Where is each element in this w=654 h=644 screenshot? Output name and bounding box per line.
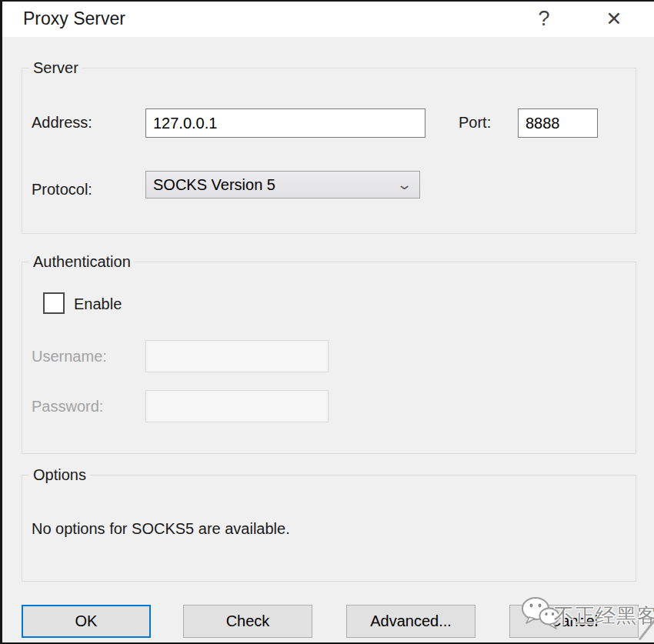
authentication-group: Authentication Enable Username: Password…	[22, 262, 636, 454]
port-label: Port:	[459, 113, 491, 132]
password-input	[145, 390, 329, 422]
options-group-legend: Options	[29, 465, 90, 484]
enable-label: Enable	[74, 295, 122, 313]
watermark-slash	[639, 611, 654, 640]
address-label: Address:	[32, 113, 92, 132]
protocol-label: Protocol:	[32, 180, 92, 199]
advanced-button[interactable]: Advanced...	[346, 605, 475, 638]
ok-button[interactable]: OK	[22, 605, 151, 638]
protocol-dropdown[interactable]: SOCKS Version 5 ⌄	[145, 171, 420, 199]
help-icon[interactable]: ?	[526, 0, 562, 37]
dialog-title: Proxy Server	[23, 0, 125, 37]
username-label: Username:	[32, 347, 107, 365]
username-input	[145, 340, 329, 372]
check-button[interactable]: Check	[183, 605, 312, 638]
cancel-button[interactable]: Cancel	[509, 605, 639, 638]
titlebar: Proxy Server ? ✕	[0, 0, 654, 37]
authentication-group-legend: Authentication	[29, 252, 135, 271]
server-group-legend: Server	[29, 58, 82, 77]
options-message: No options for SOCKS5 are available.	[32, 520, 290, 538]
window-border-top	[0, 0, 654, 2]
port-input[interactable]	[518, 108, 598, 138]
enable-checkbox[interactable]	[43, 292, 65, 314]
window-border-left	[0, 0, 2, 644]
password-label: Password:	[32, 397, 103, 415]
address-input[interactable]	[145, 108, 425, 138]
protocol-selected-value: SOCKS Version 5	[153, 176, 275, 194]
server-group: Server Address: Port: Protocol: SOCKS Ve…	[22, 68, 636, 234]
options-group: Options No options for SOCKS5 are availa…	[22, 475, 636, 582]
close-icon[interactable]: ✕	[596, 0, 632, 37]
chevron-down-icon: ⌄	[396, 176, 412, 193]
proxy-server-dialog: Proxy Server ? ✕ Server Address: Port: P…	[0, 0, 654, 644]
